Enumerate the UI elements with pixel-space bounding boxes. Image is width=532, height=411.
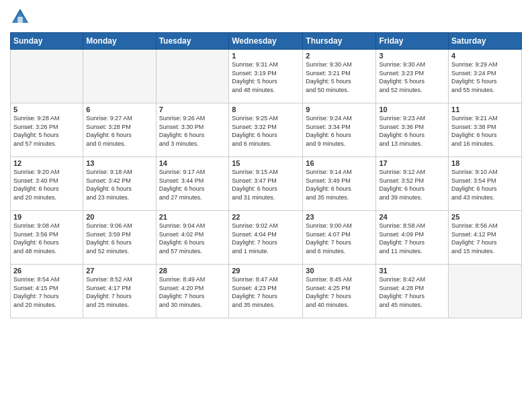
day-info: Sunrise: 8:58 AM Sunset: 4:09 PM Dayligh… [379, 222, 445, 255]
day-info: Sunrise: 9:30 AM Sunset: 3:23 PM Dayligh… [379, 60, 445, 94]
calendar-cell: 27Sunrise: 8:52 AM Sunset: 4:17 PM Dayli… [83, 265, 156, 318]
day-number: 31 [379, 267, 445, 275]
day-info: Sunrise: 9:17 AM Sunset: 3:44 PM Dayligh… [159, 168, 226, 201]
day-info: Sunrise: 9:06 AM Sunset: 3:59 PM Dayligh… [86, 222, 152, 255]
calendar-cell: 21Sunrise: 9:04 AM Sunset: 4:02 PM Dayli… [156, 211, 229, 265]
header-day-monday: Monday [83, 33, 156, 50]
day-number: 2 [306, 52, 373, 60]
day-info: Sunrise: 9:15 AM Sunset: 3:47 PM Dayligh… [232, 168, 300, 201]
logo-icon [10, 7, 30, 27]
header-row: SundayMondayTuesdayWednesdayThursdayFrid… [11, 33, 522, 50]
week-row-2: 12Sunrise: 9:20 AM Sunset: 3:40 PM Dayli… [11, 157, 522, 211]
header [10, 7, 522, 27]
day-info: Sunrise: 8:56 AM Sunset: 4:12 PM Dayligh… [451, 222, 519, 255]
header-day-sunday: Sunday [11, 33, 83, 50]
day-info: Sunrise: 9:27 AM Sunset: 3:28 PM Dayligh… [86, 114, 152, 148]
calendar-cell [156, 50, 229, 103]
calendar-cell: 23Sunrise: 9:00 AM Sunset: 4:07 PM Dayli… [303, 211, 376, 265]
page: SundayMondayTuesdayWednesdayThursdayFrid… [0, 0, 532, 411]
calendar-cell: 3Sunrise: 9:30 AM Sunset: 3:23 PM Daylig… [376, 50, 449, 103]
calendar-cell [83, 50, 156, 103]
header-day-tuesday: Tuesday [156, 33, 229, 50]
day-info: Sunrise: 9:00 AM Sunset: 4:07 PM Dayligh… [306, 222, 373, 255]
day-number: 11 [451, 105, 519, 113]
calendar-cell: 30Sunrise: 8:45 AM Sunset: 4:25 PM Dayli… [303, 265, 376, 318]
day-number: 8 [232, 105, 300, 113]
calendar-cell: 12Sunrise: 9:20 AM Sunset: 3:40 PM Dayli… [11, 157, 83, 211]
calendar-cell: 26Sunrise: 8:54 AM Sunset: 4:15 PM Dayli… [11, 265, 83, 318]
calendar-cell: 31Sunrise: 8:42 AM Sunset: 4:28 PM Dayli… [376, 265, 449, 318]
week-row-0: 1Sunrise: 9:31 AM Sunset: 3:19 PM Daylig… [11, 50, 522, 103]
calendar-cell: 14Sunrise: 9:17 AM Sunset: 3:44 PM Dayli… [156, 157, 229, 211]
calendar-cell: 8Sunrise: 9:25 AM Sunset: 3:32 PM Daylig… [229, 103, 303, 157]
day-info: Sunrise: 8:52 AM Sunset: 4:17 PM Dayligh… [86, 275, 152, 309]
calendar-cell: 11Sunrise: 9:21 AM Sunset: 3:38 PM Dayli… [449, 103, 522, 157]
calendar-cell: 9Sunrise: 9:24 AM Sunset: 3:34 PM Daylig… [303, 103, 376, 157]
calendar-cell: 15Sunrise: 9:15 AM Sunset: 3:47 PM Dayli… [229, 157, 303, 211]
day-number: 15 [232, 159, 300, 167]
day-info: Sunrise: 8:47 AM Sunset: 4:23 PM Dayligh… [232, 275, 300, 309]
day-info: Sunrise: 9:31 AM Sunset: 3:19 PM Dayligh… [232, 60, 300, 94]
day-number: 23 [306, 213, 373, 221]
day-info: Sunrise: 9:29 AM Sunset: 3:24 PM Dayligh… [451, 60, 519, 94]
day-number: 16 [306, 159, 373, 167]
day-info: Sunrise: 9:23 AM Sunset: 3:36 PM Dayligh… [379, 114, 445, 148]
calendar-cell: 10Sunrise: 9:23 AM Sunset: 3:36 PM Dayli… [376, 103, 449, 157]
day-number: 28 [159, 267, 226, 275]
day-number: 3 [379, 52, 445, 60]
day-number: 4 [451, 52, 519, 60]
day-info: Sunrise: 8:54 AM Sunset: 4:15 PM Dayligh… [13, 275, 80, 309]
day-number: 17 [379, 159, 445, 167]
week-row-1: 5Sunrise: 9:28 AM Sunset: 3:26 PM Daylig… [11, 103, 522, 157]
calendar-cell: 19Sunrise: 9:08 AM Sunset: 3:56 PM Dayli… [11, 211, 83, 265]
day-number: 10 [379, 105, 445, 113]
day-info: Sunrise: 9:12 AM Sunset: 3:52 PM Dayligh… [379, 168, 445, 201]
day-info: Sunrise: 9:02 AM Sunset: 4:04 PM Dayligh… [232, 222, 300, 255]
day-number: 6 [86, 105, 152, 113]
calendar-cell: 28Sunrise: 8:49 AM Sunset: 4:20 PM Dayli… [156, 265, 229, 318]
calendar-cell: 29Sunrise: 8:47 AM Sunset: 4:23 PM Dayli… [229, 265, 303, 318]
week-row-4: 26Sunrise: 8:54 AM Sunset: 4:15 PM Dayli… [11, 265, 522, 318]
day-info: Sunrise: 9:26 AM Sunset: 3:30 PM Dayligh… [159, 114, 226, 148]
calendar-cell: 16Sunrise: 9:14 AM Sunset: 3:49 PM Dayli… [303, 157, 376, 211]
day-number: 19 [13, 213, 80, 221]
svg-rect-2 [17, 17, 23, 23]
day-info: Sunrise: 9:25 AM Sunset: 3:32 PM Dayligh… [232, 114, 300, 148]
day-info: Sunrise: 8:49 AM Sunset: 4:20 PM Dayligh… [159, 275, 226, 309]
week-row-3: 19Sunrise: 9:08 AM Sunset: 3:56 PM Dayli… [11, 211, 522, 265]
calendar-cell: 1Sunrise: 9:31 AM Sunset: 3:19 PM Daylig… [229, 50, 303, 103]
calendar-cell: 13Sunrise: 9:18 AM Sunset: 3:42 PM Dayli… [83, 157, 156, 211]
day-info: Sunrise: 9:04 AM Sunset: 4:02 PM Dayligh… [159, 222, 226, 255]
calendar-cell: 2Sunrise: 9:30 AM Sunset: 3:21 PM Daylig… [303, 50, 376, 103]
day-info: Sunrise: 9:10 AM Sunset: 3:54 PM Dayligh… [451, 168, 519, 201]
day-info: Sunrise: 9:30 AM Sunset: 3:21 PM Dayligh… [306, 60, 373, 94]
day-info: Sunrise: 9:21 AM Sunset: 3:38 PM Dayligh… [451, 114, 519, 148]
day-number: 26 [13, 267, 80, 275]
calendar-cell: 6Sunrise: 9:27 AM Sunset: 3:28 PM Daylig… [83, 103, 156, 157]
day-info: Sunrise: 8:42 AM Sunset: 4:28 PM Dayligh… [379, 275, 445, 309]
day-number: 14 [159, 159, 226, 167]
day-info: Sunrise: 9:20 AM Sunset: 3:40 PM Dayligh… [13, 168, 80, 201]
day-number: 22 [232, 213, 300, 221]
day-info: Sunrise: 9:28 AM Sunset: 3:26 PM Dayligh… [13, 114, 80, 148]
day-number: 21 [159, 213, 226, 221]
calendar-cell: 4Sunrise: 9:29 AM Sunset: 3:24 PM Daylig… [449, 50, 522, 103]
day-number: 5 [13, 105, 80, 113]
day-number: 25 [451, 213, 519, 221]
calendar-cell: 20Sunrise: 9:06 AM Sunset: 3:59 PM Dayli… [83, 211, 156, 265]
day-number: 12 [13, 159, 80, 167]
day-number: 9 [306, 105, 373, 113]
calendar-cell: 24Sunrise: 8:58 AM Sunset: 4:09 PM Dayli… [376, 211, 449, 265]
day-number: 24 [379, 213, 445, 221]
calendar-cell [11, 50, 83, 103]
calendar-cell: 7Sunrise: 9:26 AM Sunset: 3:30 PM Daylig… [156, 103, 229, 157]
day-number: 7 [159, 105, 226, 113]
day-number: 1 [232, 52, 300, 60]
header-day-saturday: Saturday [449, 33, 522, 50]
header-day-thursday: Thursday [303, 33, 376, 50]
calendar-cell: 5Sunrise: 9:28 AM Sunset: 3:26 PM Daylig… [11, 103, 83, 157]
day-number: 29 [232, 267, 300, 275]
header-day-friday: Friday [376, 33, 449, 50]
day-info: Sunrise: 9:14 AM Sunset: 3:49 PM Dayligh… [306, 168, 373, 201]
day-number: 13 [86, 159, 152, 167]
